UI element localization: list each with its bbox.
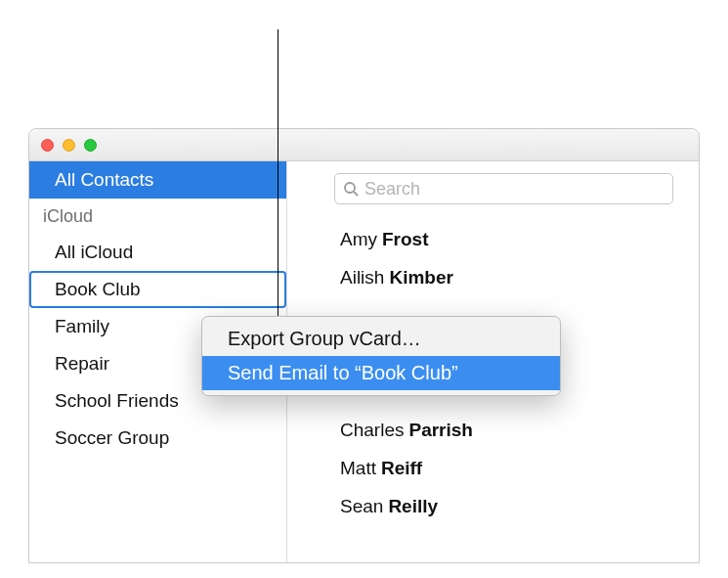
sidebar-item-label: All Contacts — [55, 169, 153, 191]
list-item[interactable]: Amy Frost — [340, 220, 699, 258]
contact-last-name: Reilly — [388, 496, 438, 517]
sidebar-item-label: School Friends — [55, 390, 179, 412]
contact-first-name: Ailish — [340, 267, 384, 289]
minimize-window-button[interactable] — [63, 139, 75, 152]
list-item[interactable]: Matt Reiff — [340, 449, 699, 487]
svg-line-1 — [354, 192, 358, 196]
contact-first-name: Charles — [340, 420, 404, 441]
contact-last-name: Frost — [382, 229, 429, 250]
context-menu: Export Group vCard… Send Email to “Book … — [201, 316, 561, 396]
callout-line — [278, 29, 278, 329]
menu-item-send-email[interactable]: Send Email to “Book Club” — [202, 356, 560, 390]
contact-first-name: Amy — [340, 229, 377, 250]
menu-item-label: Export Group vCard… — [228, 328, 421, 350]
sidebar-item-label: All iCloud — [55, 242, 133, 263]
sidebar-item-soccer-group[interactable]: Soccer Group — [29, 420, 286, 457]
contact-last-name: Kimber — [389, 267, 452, 289]
contact-first-name: Sean — [340, 496, 383, 517]
search-placeholder: Search — [364, 179, 420, 200]
sidebar-item-label: Soccer Group — [55, 427, 169, 449]
list-item[interactable]: Charles Parrish — [340, 411, 699, 449]
traffic-lights — [41, 139, 97, 152]
sidebar-item-all-icloud[interactable]: All iCloud — [29, 234, 286, 271]
list-item[interactable]: Sean Reilly — [340, 487, 699, 525]
sidebar-item-label: Family — [55, 316, 109, 337]
menu-item-label: Send Email to “Book Club” — [228, 362, 458, 384]
sidebar-item-all-contacts[interactable]: All Contacts — [29, 161, 286, 199]
sidebar-section-label-text: iCloud — [43, 206, 93, 227]
sidebar-item-label: Book Club — [55, 279, 141, 300]
close-window-button[interactable] — [41, 139, 54, 152]
sidebar-section-icloud: iCloud — [29, 199, 286, 234]
maximize-window-button[interactable] — [84, 139, 97, 152]
list-item[interactable]: Ailish Kimber — [340, 258, 699, 296]
contact-last-name: Parrish — [408, 420, 472, 441]
svg-point-0 — [345, 183, 355, 193]
contact-first-name: Matt — [340, 458, 376, 479]
menu-item-export-vcard[interactable]: Export Group vCard… — [202, 322, 560, 356]
search-wrapper: Search — [287, 161, 699, 212]
sidebar-item-book-club[interactable]: Book Club — [29, 271, 286, 308]
contact-last-name: Reiff — [381, 458, 422, 479]
search-input[interactable]: Search — [334, 173, 673, 204]
search-icon — [343, 181, 359, 197]
window-title-bar — [29, 129, 699, 161]
sidebar-item-label: Repair — [55, 353, 109, 375]
